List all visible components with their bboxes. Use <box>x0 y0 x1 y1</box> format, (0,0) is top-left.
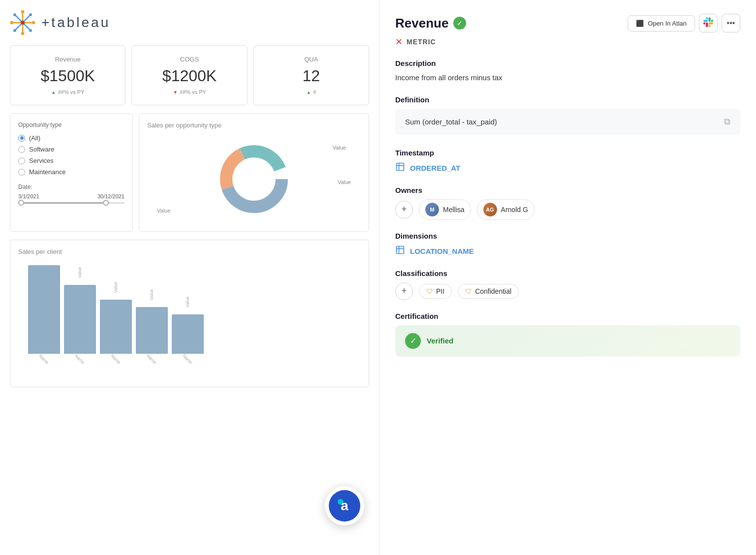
pii-chip[interactable]: 🛡 PII <box>419 284 452 299</box>
svg-point-8 <box>13 13 16 16</box>
more-icon: ••• <box>727 19 735 28</box>
bar-2 <box>64 285 96 354</box>
qua-metric-card: QUA 12 ▲ # <box>253 45 369 105</box>
date-label: Date: <box>18 184 125 190</box>
verified-badge: ✓ <box>453 17 466 30</box>
owners-row: + M Mellisa AG Arnold G <box>395 199 740 220</box>
charts-row: Opportunity type (All) Software Services… <box>10 113 369 232</box>
bar-group-5: Value Name <box>172 314 204 362</box>
svg-point-11 <box>13 29 16 32</box>
radio-all <box>18 135 25 142</box>
arnold-name: Arnold G <box>501 206 528 214</box>
owner-chip-arnold[interactable]: AG Arnold G <box>477 199 535 220</box>
date-section: Date: 3/1/2021 30/12/2021 <box>18 184 125 204</box>
timestamp-section-label: Timestamp <box>395 149 740 157</box>
open-in-atlan-button[interactable]: ⬛ Open In Atlan <box>628 15 695 31</box>
bar-5 <box>172 314 204 354</box>
qua-label: QUA <box>264 56 359 63</box>
tableau-dashboard: +tableau Revenue $1500K ▲ ##% vs PY COGS… <box>0 0 379 555</box>
donut-label-top: Value <box>333 145 346 151</box>
qua-change: ▲ # <box>264 89 359 95</box>
definition-section-label: Definition <box>395 95 740 104</box>
definition-text: Sum (order_total - tax_paid) <box>405 118 497 126</box>
panel-actions: ⬛ Open In Atlan <box>628 14 740 32</box>
open-atlan-icon: ⬛ <box>636 20 644 27</box>
confidential-label: Confidential <box>475 287 511 295</box>
dimension-link[interactable]: LOCATION_NAME <box>410 247 474 255</box>
add-owner-button[interactable]: + <box>395 201 413 218</box>
timestamp-value: ORDERED_AT <box>395 162 740 174</box>
panel-title-row: Revenue ✓ <box>395 16 466 31</box>
classifications-row: + 🛡 PII 🛡 Confidential <box>395 282 740 300</box>
bar-group-3: Value Name <box>100 300 132 362</box>
donut-chart-card: Sales per opportunity type Value Value V… <box>139 113 369 232</box>
confidential-shield-icon: 🛡 <box>465 287 472 295</box>
definition-box: Sum (order_total - tax_paid) ⧉ <box>395 109 740 135</box>
radio-services <box>18 157 25 164</box>
dimension-table-icon <box>395 245 405 257</box>
revenue-change: ▲ ##% vs PY <box>20 89 115 95</box>
copy-icon[interactable]: ⧉ <box>724 117 730 127</box>
date-start: 3/1/2021 <box>18 193 39 199</box>
certification-section-label: Certification <box>395 312 740 320</box>
donut-title: Sales per opportunity type <box>147 122 361 129</box>
donut-label-bottom: Value <box>157 208 170 214</box>
svg-point-6 <box>10 21 14 25</box>
timestamp-link[interactable]: ORDERED_AT <box>410 164 460 172</box>
right-panel: Revenue ✓ ⬛ Open In Atlan <box>379 0 756 555</box>
pii-label: PII <box>436 287 444 295</box>
add-classification-button[interactable]: + <box>395 282 413 300</box>
date-slider[interactable] <box>18 202 125 204</box>
donut-svg <box>215 140 293 218</box>
radio-maintenance <box>18 169 25 176</box>
bar-chart-title: Sales per client <box>18 248 361 255</box>
radio-software <box>18 146 25 153</box>
qua-value: 12 <box>264 67 359 85</box>
bar-chart-card: Sales per client Value Name Value Name V… <box>10 240 369 387</box>
timestamp-table-icon <box>395 162 405 174</box>
metric-type-label: METRIC <box>407 38 436 46</box>
filter-maintenance[interactable]: Maintenance <box>18 168 125 176</box>
revenue-label: Revenue <box>20 56 115 63</box>
slider-right-thumb[interactable] <box>103 200 109 206</box>
open-atlan-label: Open In Atlan <box>648 20 687 27</box>
description-section-label: Description <box>395 59 740 67</box>
atlan-logo: a <box>329 490 360 522</box>
atlan-fab-button[interactable]: a <box>325 486 364 525</box>
bar-3 <box>100 300 132 354</box>
cogs-metric-card: COGS $1200K ▼ ##% vs PY <box>131 45 247 105</box>
bar-group-1: Value Name <box>28 265 60 362</box>
revenue-arrow: ▲ <box>51 90 56 95</box>
svg-point-5 <box>21 32 25 35</box>
cogs-arrow: ▼ <box>173 90 178 95</box>
metrics-row: Revenue $1500K ▲ ##% vs PY COGS $1200K ▼… <box>10 45 369 105</box>
panel-header: Revenue ✓ ⬛ Open In Atlan <box>395 14 740 32</box>
svg-rect-17 <box>397 163 404 170</box>
dimensions-value: LOCATION_NAME <box>395 245 740 257</box>
slack-button[interactable] <box>699 14 718 32</box>
owners-section-label: Owners <box>395 186 740 194</box>
description-text: Income from all orders minus tax <box>395 72 740 84</box>
bar-group-2: Value Name <box>64 285 96 362</box>
cogs-label: COGS <box>142 56 237 63</box>
metric-type-icon: ✕ <box>395 36 403 47</box>
donut-container: Value Value Value <box>147 135 361 223</box>
owner-chip-mellisa[interactable]: M Mellisa <box>419 199 471 220</box>
svg-point-16 <box>232 157 276 201</box>
svg-point-7 <box>32 21 35 25</box>
cogs-value: $1200K <box>142 67 237 85</box>
revenue-value: $1500K <box>20 67 115 85</box>
more-options-button[interactable]: ••• <box>722 14 740 32</box>
slack-icon <box>703 17 713 30</box>
slider-left-thumb[interactable] <box>18 200 24 206</box>
confidential-chip[interactable]: 🛡 Confidential <box>458 284 519 299</box>
filter-software[interactable]: Software <box>18 146 125 153</box>
cert-text: Verified <box>427 337 453 345</box>
cogs-change: ▼ ##% vs PY <box>142 89 237 95</box>
filter-title: Opportunity type <box>18 122 125 128</box>
metric-type-row: ✕ METRIC <box>395 36 740 47</box>
filter-all[interactable]: (All) <box>18 134 125 142</box>
filter-services[interactable]: Services <box>18 157 125 164</box>
dimensions-section-label: Dimensions <box>395 232 740 240</box>
svg-point-12 <box>21 21 25 25</box>
